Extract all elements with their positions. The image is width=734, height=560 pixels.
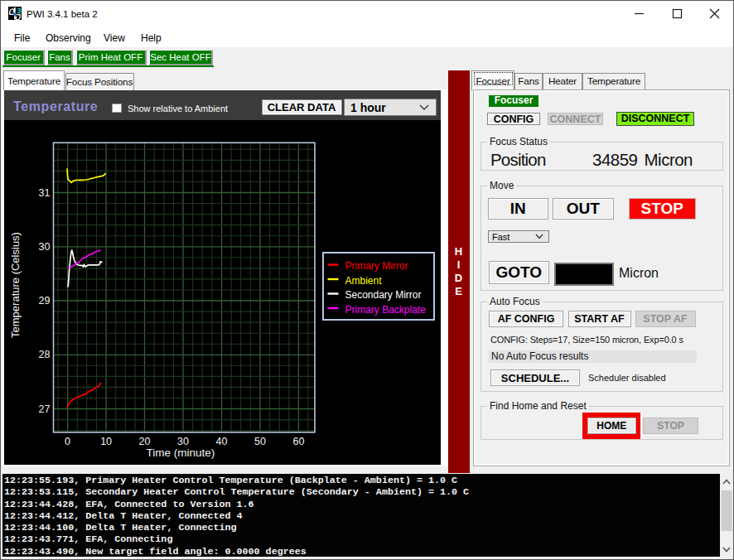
svg-text:10: 10 bbox=[100, 436, 112, 447]
svg-text:29: 29 bbox=[39, 295, 51, 307]
svg-text:0: 0 bbox=[65, 436, 70, 447]
svg-text:30: 30 bbox=[177, 436, 189, 447]
svg-text:50: 50 bbox=[254, 436, 266, 447]
svg-text:27: 27 bbox=[39, 403, 51, 415]
svg-text:Time (minute): Time (minute) bbox=[147, 447, 215, 459]
svg-text:3: 3 bbox=[17, 7, 22, 15]
svg-text:31: 31 bbox=[39, 187, 51, 199]
svg-text:28: 28 bbox=[39, 349, 51, 360]
svg-text:60: 60 bbox=[292, 436, 304, 447]
svg-text:40: 40 bbox=[216, 436, 228, 447]
svg-text:Temperature (Celsius): Temperature (Celsius) bbox=[9, 232, 22, 338]
svg-text:30: 30 bbox=[39, 241, 51, 253]
svg-text:20: 20 bbox=[139, 436, 151, 447]
